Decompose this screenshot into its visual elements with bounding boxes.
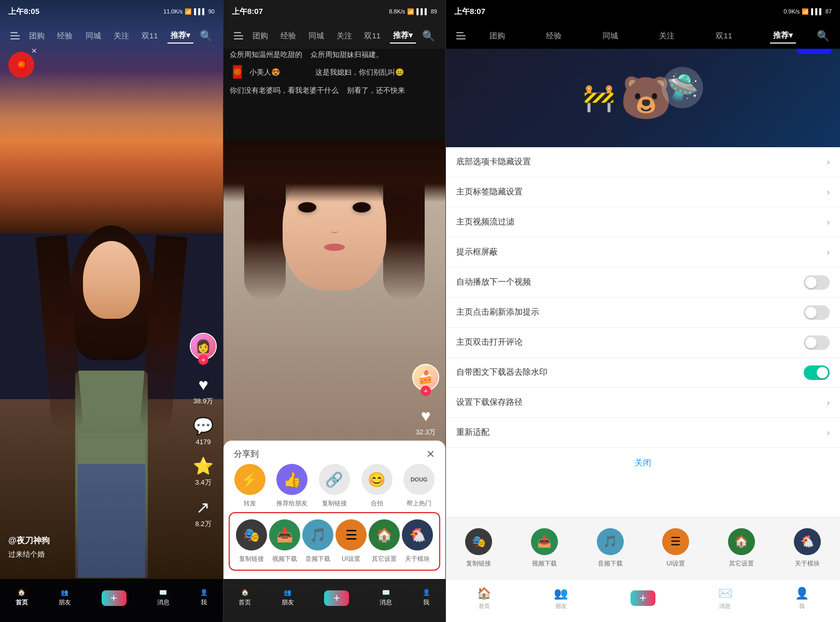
nav-item-guanzhu-2[interactable]: 关注 xyxy=(333,29,355,43)
plugin-copy-icon: 🎭 xyxy=(236,519,267,550)
hamburger-menu-3[interactable] xyxy=(456,32,466,39)
nav-item-tongcheng-1[interactable]: 同城 xyxy=(82,29,104,43)
hamburger-menu-2[interactable] xyxy=(234,32,243,39)
plugin-ui-settings[interactable]: ☰ UI设置 xyxy=(335,519,367,563)
like-control-1[interactable]: ♥ 38.9万 xyxy=(193,375,213,406)
heart-icon-1: ♥ xyxy=(199,375,208,394)
nav-bar-3: 团购 经验 同城 关注 双11 推荐▾ 🔍 xyxy=(446,23,840,49)
wifi-icon-3: 📶 xyxy=(802,8,809,15)
settings-label-5: 主页点击刷新添加提示 xyxy=(456,307,539,318)
settings-item-8[interactable]: 设置下载保存路径 › xyxy=(446,388,840,418)
settings-item-1[interactable]: 主页标签隐藏设置 › xyxy=(446,177,840,207)
recommend-icon: 👍 xyxy=(276,464,307,495)
add-button-2[interactable]: + xyxy=(324,590,349,606)
share-item-duet[interactable]: 😊 合拍 xyxy=(361,464,393,508)
nav-messages-1[interactable]: ✉️ 消息 xyxy=(157,589,170,607)
nav-item-shuangs-1[interactable]: 双11 xyxy=(138,29,161,43)
network-speed-1: 11.0K/s xyxy=(163,8,183,15)
comment-control-1[interactable]: 💬 4179 xyxy=(193,416,214,446)
share-close-btn[interactable]: ✕ xyxy=(426,448,435,460)
nav-item-tuijian-1[interactable]: 推荐▾ xyxy=(167,29,193,44)
like-control-2[interactable]: ♥ 32.3万 xyxy=(416,406,436,437)
plugin-about[interactable]: 🐔 关于模块 xyxy=(402,519,433,563)
toggle-refresh-hint[interactable] xyxy=(804,305,830,320)
nav-item-guanzhu-1[interactable]: 关注 xyxy=(110,29,132,43)
plugin-audio-icon: 🎵 xyxy=(302,519,333,550)
nav-friends-2[interactable]: 👥 朋友 xyxy=(282,589,294,607)
settings-label-2: 主页视频流过滤 xyxy=(456,217,514,228)
settings-item-9[interactable]: 重新适配 › xyxy=(446,418,840,448)
nav-item-jingyan-3[interactable]: 经验 xyxy=(543,29,565,43)
p3-add-button[interactable]: + xyxy=(631,590,655,606)
p3-plugin-about[interactable]: 🐔 关于模块 xyxy=(794,528,821,568)
nav-item-jingyan-2[interactable]: 经验 xyxy=(277,29,299,43)
nav-home-2[interactable]: 🏠 首页 xyxy=(239,589,251,607)
nav-item-tuangou-3[interactable]: 团购 xyxy=(486,29,508,43)
p3-nav-messages[interactable]: ✉️ 消息 xyxy=(718,587,732,610)
bottom-nav-1: 🏠 首页 👥 朋友 + ✉️ 消息 👤 我 xyxy=(0,579,223,622)
nav-item-tuijian-3[interactable]: 推荐▾ xyxy=(770,29,796,44)
nav-item-tuangou-2[interactable]: 团购 xyxy=(249,29,271,43)
me-label-2: 我 xyxy=(423,598,429,607)
battery-label-3: 87 xyxy=(825,8,832,15)
settings-item-3[interactable]: 提示框屏蔽 › xyxy=(446,237,840,267)
search-icon-1[interactable]: 🔍 xyxy=(200,30,213,42)
plugin-audio-dl[interactable]: 🎵 音频下载 xyxy=(302,519,333,563)
follow-badge-1[interactable]: + xyxy=(198,355,208,365)
nav-me-1[interactable]: 👤 我 xyxy=(200,589,208,607)
nav-item-shuangs-3[interactable]: 双11 xyxy=(712,29,735,43)
follow-badge-2[interactable]: + xyxy=(421,386,431,396)
p3-nav-home[interactable]: 🏠 首页 xyxy=(477,587,491,610)
nav-bar-inner-1: 团购 经验 同城 关注 双11 推荐▾ 🔍 xyxy=(4,29,219,44)
plugin-copy-link[interactable]: 🎭 复制链接 xyxy=(236,519,267,563)
status-time-3: 上午8:07 xyxy=(454,7,485,17)
bottom-nav-2: 🏠 首页 👥 朋友 + ✉️ 消息 👤 我 xyxy=(223,579,445,622)
nav-friends-1[interactable]: 👥 朋友 xyxy=(59,589,71,607)
me-icon-1: 👤 xyxy=(200,589,208,596)
share-item-copy[interactable]: 🔗 复制链接 xyxy=(319,464,350,508)
plugin-video-dl[interactable]: 📥 视频下载 xyxy=(269,519,300,563)
settings-item-0[interactable]: 底部选项卡隐藏设置 › xyxy=(446,147,840,177)
comment-count-1: 4179 xyxy=(196,438,211,446)
toggle-autoplay[interactable] xyxy=(804,275,830,290)
nav-item-shuangs-2[interactable]: 双11 xyxy=(361,29,384,43)
nav-item-tuijian-2[interactable]: 推荐▾ xyxy=(390,29,416,44)
nav-item-tongcheng-3[interactable]: 同城 xyxy=(599,29,621,43)
settings-item-2[interactable]: 主页视频流过滤 › xyxy=(446,207,840,237)
favorite-control-1[interactable]: ⭐ 3.4万 xyxy=(193,456,214,487)
p3-about-label: 关于模块 xyxy=(795,559,820,568)
nav-home-1[interactable]: 🏠 首页 xyxy=(16,589,28,607)
share-item-recommend[interactable]: 👍 推荐给朋友 xyxy=(276,464,307,508)
share-item-forward[interactable]: ⚡ 转发 xyxy=(234,464,265,508)
red-packet-1[interactable]: 🧧 xyxy=(8,52,34,78)
toggle-watermark[interactable] xyxy=(804,365,830,380)
nav-item-tuangou-1[interactable]: 团购 xyxy=(26,29,48,43)
nav-bar-2: 团购 经验 同城 关注 双11 推荐▾ 🔍 xyxy=(223,23,445,49)
copy-link-icon: 🔗 xyxy=(319,464,350,495)
duet-label: 合拍 xyxy=(371,499,383,508)
duet-icon: 😊 xyxy=(361,464,393,495)
toggle-double-click[interactable] xyxy=(804,335,830,350)
nav-item-tongcheng-2[interactable]: 同城 xyxy=(305,29,327,43)
nav-item-jingyan-1[interactable]: 经验 xyxy=(54,29,76,43)
nav-item-guanzhu-3[interactable]: 关注 xyxy=(656,29,678,43)
p3-nav-me[interactable]: 👤 我 xyxy=(795,587,809,610)
search-icon-3[interactable]: 🔍 xyxy=(817,30,830,42)
p3-plugin-other[interactable]: 🏠 其它设置 xyxy=(728,528,755,568)
search-icon-2[interactable]: 🔍 xyxy=(422,30,435,42)
p3-nav-friends[interactable]: 👥 朋友 xyxy=(554,587,568,610)
share-control-1[interactable]: ↗ 8.2万 xyxy=(195,498,211,529)
p3-plugin-ui[interactable]: ☰ UI设置 xyxy=(662,528,689,568)
plugin-other-settings[interactable]: 🏠 其它设置 xyxy=(369,519,400,563)
p3-friends-label: 朋友 xyxy=(555,602,567,610)
p3-me-label: 我 xyxy=(799,602,805,610)
p3-plugin-video[interactable]: 📥 视频下载 xyxy=(531,528,558,568)
share-item-trending[interactable]: DOUG 帮上热门 xyxy=(403,464,435,508)
p3-plugin-audio[interactable]: 🎵 音频下载 xyxy=(597,528,624,568)
nav-messages-2[interactable]: ✉️ 消息 xyxy=(380,589,392,607)
p3-plugin-copy[interactable]: 🎭 复制链接 xyxy=(465,528,492,568)
close-settings-btn[interactable]: 关闭 xyxy=(446,448,840,478)
hamburger-menu-1[interactable] xyxy=(10,32,20,39)
add-button-1[interactable]: + xyxy=(102,590,127,606)
nav-me-2[interactable]: 👤 我 xyxy=(423,589,430,607)
